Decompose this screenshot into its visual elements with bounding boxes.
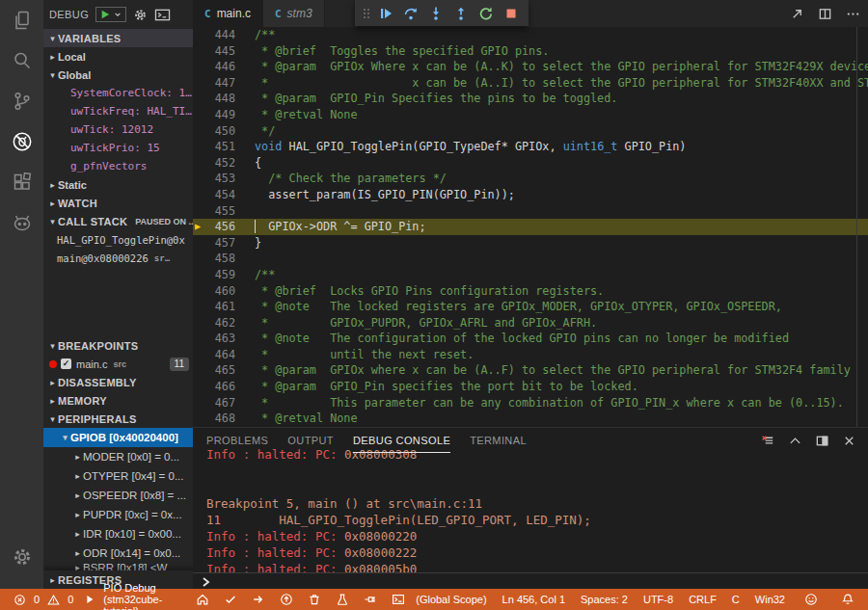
open-changes-icon[interactable] [790,7,804,21]
line-number[interactable]: 466 [193,379,235,395]
tab-stm3[interactable]: Cstm3 [263,0,325,27]
line-number[interactable]: 465 [193,362,235,379]
code-line-454[interactable]: 454 assert_param(IS_GPIO_PIN(GPIO_Pin)); [193,187,868,203]
sidebar-section-variables[interactable]: ▾VARIABLES [43,29,193,47]
configure-gear-icon[interactable] [133,8,148,22]
sidebar-row-local[interactable]: ▸Local [43,47,193,66]
code-line-461[interactable]: 461 * @note The locked registers are GPI… [193,299,868,315]
arrow-right-icon[interactable] [252,593,265,606]
sidebar-row-uwtick-12012[interactable]: uwTick: 12012 [43,120,193,139]
bell-icon[interactable] [841,593,854,606]
code-line-466[interactable]: 466 * @param GPIO_Pin specifies the port… [193,379,868,395]
code-line-460[interactable]: 460 * @brief Locks GPIO Pins configurati… [193,283,868,300]
sidebar-row-global[interactable]: ▾Global [43,66,193,84]
step-out-icon[interactable] [448,0,474,26]
sidebar-row-ospeedr-0x8[interactable]: ▸OSPEEDR [0x8] = ... [43,486,193,505]
sidebar-row-gpiob-0x40020400[interactable]: ▾GPIOB [0x40020400] [43,428,193,447]
line-number[interactable]: 467 [193,395,235,411]
line-number[interactable]: 447 [193,75,235,92]
code-line-446[interactable]: 446 * @param GPIOx Where x can be (A..K)… [193,59,868,75]
status-item-utf-8[interactable]: UTF-8 [643,594,673,605]
code-line-447[interactable]: 447 * x can be (A..I) to select the GPIO… [193,75,868,92]
sidebar-row-g-pfnvectors[interactable]: g_pfnVectors [43,157,193,175]
code-line-444[interactable]: 444/** [193,27,868,43]
line-number[interactable]: 457 [193,235,235,252]
code-line-468[interactable]: 468 * @retval None [193,411,868,427]
restart-icon[interactable] [474,0,499,26]
trash-icon[interactable] [308,593,321,606]
status-item-ln-456-col-1[interactable]: Ln 456, Col 1 [502,594,565,605]
check-icon[interactable] [224,593,237,606]
panel-tab-output[interactable]: OUTPUT [287,428,334,453]
status-item-spaces-2[interactable]: Spaces: 2 [581,594,628,605]
sidebar-row-idr-0x10-0x00[interactable]: ▸IDR [0x10] = 0x00... [43,524,193,544]
sidebar-row-main-0x08000226[interactable]: main@0x08000226sr… [43,249,193,267]
line-number[interactable]: 464 [193,347,235,363]
sidebar-section-breakpoints[interactable]: ▾BREAKPOINTS [43,336,193,355]
code-line-452[interactable]: 452{ [193,155,868,172]
terminal-icon[interactable] [392,593,405,606]
stop-icon[interactable] [499,0,524,26]
line-number[interactable]: 450 [193,123,235,140]
sidebar-row-uwtickfreq-hal-ti[interactable]: uwTickFreq: HAL_TI… [43,102,193,120]
line-number[interactable]: 462 [193,315,235,332]
code-line-462[interactable]: 462 * GPIOx_PUPDR, GPIOx_AFRL and GPIOx_… [193,315,868,332]
feedback-smiley-icon[interactable] [804,593,818,606]
code-line-445[interactable]: 445 * @brief Toggles the specified GPIO … [193,43,868,60]
code-line-449[interactable]: 449 * @retval None [193,107,868,123]
line-number[interactable]: 461 [193,299,235,315]
more-actions-icon[interactable] [846,7,860,21]
step-over-icon[interactable] [398,0,423,26]
maximize-panel-icon[interactable] [815,434,829,448]
line-number[interactable]: 454 [193,187,235,203]
overview-ruler[interactable] [856,27,857,427]
sidebar-section-call-stack[interactable]: ▾CALL STACKPAUSED ON ... [43,212,193,230]
source-control-icon[interactable] [0,81,43,121]
line-number[interactable]: 453 [193,171,235,187]
sidebar-row-moder-0x0-0[interactable]: ▸MODER [0x0] = 0... [43,447,193,466]
sidebar-row-uwtickprio-15[interactable]: uwTickPrio: 15 [43,139,193,157]
pio-debug-launcher[interactable]: PIO Debug (stm32cube-tutorial) [80,582,185,610]
upload-icon[interactable] [280,593,293,606]
sidebar-row-hal-gpio-togglepin-0x[interactable]: HAL_GPIO_TogglePin@0x [43,230,193,249]
code-line-450[interactable]: 450 */ [193,123,868,140]
line-number[interactable]: 449 [193,107,235,123]
continue-icon[interactable] [373,0,398,26]
code-line-451[interactable]: 451void HAL_GPIO_TogglePin(GPIO_TypeDef*… [193,139,868,155]
code-line-467[interactable]: 467 * This parameter can be any combinat… [193,395,868,411]
split-editor-icon[interactable] [818,7,832,21]
problems-status[interactable]: 0 0 [10,594,73,606]
flask-icon[interactable] [336,593,349,606]
code-line-458[interactable]: 458 [193,251,868,267]
code-line-448[interactable]: 448 * @param GPIO_Pin Specifies the pins… [193,91,868,107]
status-item-win32[interactable]: Win32 [755,594,785,605]
sidebar-row-main-c[interactable]: ✓main.csrc11 [43,355,193,373]
sidebar-section-watch[interactable]: ▸WATCH [43,194,193,212]
line-number[interactable]: 460 [193,283,235,300]
sidebar-row-static[interactable]: ▸Static [43,175,193,194]
debug-icon[interactable] [0,121,43,162]
tab-main-c[interactable]: Cmain.c [193,0,263,27]
sidebar-row-pupdr-0xc-0x[interactable]: ▸PUPDR [0xc] = 0x... [43,505,193,524]
line-number[interactable]: 446 [193,59,235,75]
status-item-global-scope[interactable]: (Global Scope) [416,594,486,605]
line-number[interactable]: 463 [193,331,235,347]
settings-gear-icon[interactable] [0,537,43,577]
drag-grip-icon[interactable] [360,0,373,26]
search-icon[interactable] [0,40,43,81]
line-number[interactable]: 444 [193,27,235,43]
status-item-crlf[interactable]: CRLF [689,594,717,605]
code-line-459[interactable]: 459/** [193,267,868,283]
panel-tab-terminal[interactable]: TERMINAL [470,428,527,453]
line-number[interactable]: 459 [193,267,235,283]
code-line-453[interactable]: 453 /* Check the parameters */ [193,171,868,187]
line-number[interactable]: 468 [193,411,235,427]
platformio-icon[interactable] [0,202,43,243]
code-line-465[interactable]: 465 * @param GPIOx where x can be (A..F)… [193,362,868,379]
sidebar-section-peripherals[interactable]: ▾PERIPHERALS [43,410,193,428]
line-number[interactable]: 451 [193,139,235,155]
line-number[interactable]: 455 [193,203,235,220]
plug-icon[interactable] [364,593,377,606]
explorer-icon[interactable] [0,0,43,40]
breakpoint-checkbox[interactable]: ✓ [61,358,71,369]
